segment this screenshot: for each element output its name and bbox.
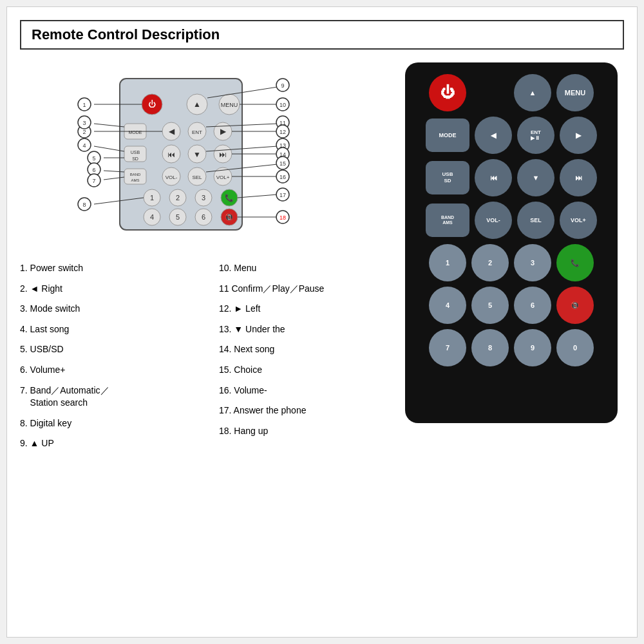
desc-text: Right (41, 283, 62, 294)
up-icon: ▲ (529, 89, 536, 97)
svg-text:▲: ▲ (193, 100, 201, 109)
up-button[interactable]: ▲ (514, 74, 551, 111)
svg-text:16: 16 (279, 174, 286, 180)
page: Remote Control Description ⏻ ▲ (6, 6, 638, 638)
remote-row-6: 4 5 6 📵 (415, 287, 607, 324)
svg-line-97 (238, 194, 278, 198)
svg-text:SD: SD (132, 156, 138, 161)
call-button[interactable]: 📞 (556, 244, 594, 281)
ffwd-button[interactable]: ⏭ (560, 159, 597, 196)
svg-text:ENT: ENT (192, 129, 202, 135)
svg-text:◀: ◀ (169, 127, 175, 136)
vol-plus-button[interactable]: VOL+ (560, 202, 597, 239)
desc-item-18: 18. Hang up (219, 425, 392, 438)
left-icon: ◀ (491, 131, 496, 140)
mode-button[interactable]: MODE (426, 118, 469, 152)
call-icon: 📞 (571, 259, 580, 267)
num-5-label: 5 (488, 301, 492, 309)
svg-text:17: 17 (279, 192, 286, 198)
num-2-button[interactable]: 2 (471, 244, 509, 281)
hangup-icon: 📵 (571, 301, 580, 310)
svg-text:6: 6 (92, 167, 95, 173)
desc-col-left: 1. Power switch 2. ◄ Right 3. Mode switc… (20, 262, 193, 450)
desc-text: Answer the phone (234, 405, 307, 415)
band-button[interactable]: BANDAMS (426, 204, 469, 237)
num-0-label: 0 (573, 344, 577, 352)
num-3-label: 3 (531, 259, 535, 267)
desc-text: Band／Automatic／ Station search (20, 385, 109, 408)
svg-text:1: 1 (82, 102, 86, 108)
svg-text:9: 9 (281, 82, 284, 89)
desc-num: 4. (20, 324, 28, 334)
rewind-icon: ⏮ (490, 174, 497, 182)
num-7-button[interactable]: 7 (429, 329, 466, 366)
desc-text: Volume- (234, 385, 267, 395)
num-1-button[interactable]: 1 (429, 244, 466, 281)
num-2-label: 2 (488, 259, 492, 267)
svg-text:VOL-: VOL- (166, 175, 178, 180)
remote-diagram-svg: ⏻ ▲ MENU MODE ◀ ENT ▶ (20, 62, 290, 243)
desc-item-11: 11 Confirm／Play／Pause (219, 283, 392, 296)
page-title: Remote Control Description (20, 20, 624, 50)
svg-text:18: 18 (279, 214, 286, 221)
desc-num: 13. ▼ (219, 324, 243, 334)
desc-item-13: 13. ▼ Under the (219, 323, 392, 336)
right-button[interactable]: ▶ (560, 117, 597, 154)
ent-label: ENT▶⏸ (531, 129, 541, 141)
remote-row-3: USBSD ⏮ ▼ ⏭ (415, 159, 607, 196)
num-6-button[interactable]: 6 (514, 287, 551, 324)
svg-text:⏮: ⏮ (167, 150, 175, 159)
desc-text: Volume+ (30, 365, 66, 375)
num-0-button[interactable]: 0 (556, 329, 594, 366)
sel-label: SEL (530, 217, 542, 223)
power-icon: ⏻ (440, 84, 455, 101)
diagram-section: ⏻ ▲ MENU MODE ◀ ENT ▶ (20, 62, 290, 249)
remote-row-4: BANDAMS VOL- SEL VOL+ (415, 202, 607, 239)
left-button[interactable]: ◀ (475, 117, 512, 154)
svg-text:MENU: MENU (221, 102, 238, 108)
desc-text: Under the (245, 324, 285, 334)
down-button[interactable]: ▼ (517, 159, 554, 196)
svg-text:VOL+: VOL+ (216, 175, 230, 180)
menu-button[interactable]: MENU (556, 74, 594, 111)
num-9-button[interactable]: 9 (514, 329, 551, 366)
svg-text:1: 1 (150, 194, 154, 202)
left-section: ⏻ ▲ MENU MODE ◀ ENT ▶ (20, 62, 392, 450)
desc-text: USB/SD (30, 344, 64, 354)
desc-num: 10. (219, 263, 231, 273)
svg-text:3: 3 (202, 194, 205, 202)
desc-item-14: 14. Next song (219, 343, 392, 356)
sel-button[interactable]: SEL (517, 202, 554, 239)
svg-text:📵: 📵 (225, 213, 234, 222)
svg-text:5: 5 (92, 155, 95, 162)
num-4-button[interactable]: 4 (429, 287, 466, 324)
rewind-button[interactable]: ⏮ (475, 159, 512, 196)
down-icon: ▼ (533, 174, 540, 182)
ent-button[interactable]: ENT▶⏸ (517, 117, 554, 154)
desc-num: 2. ◄ (20, 283, 39, 294)
svg-text:7: 7 (92, 178, 95, 184)
vol-minus-button[interactable]: VOL- (475, 202, 512, 239)
descriptions: 1. Power switch 2. ◄ Right 3. Mode switc… (20, 262, 392, 450)
spacer (471, 74, 509, 111)
remote-row-7: 7 8 9 0 (415, 329, 607, 366)
num-3-button[interactable]: 3 (514, 244, 551, 281)
menu-label: MENU (565, 89, 585, 97)
svg-text:5: 5 (176, 213, 180, 221)
desc-item-6: 6. Volume+ (20, 364, 193, 377)
vol-plus-label: VOL+ (571, 217, 586, 223)
svg-text:AMS: AMS (131, 178, 139, 182)
power-button[interactable]: ⏻ (429, 74, 466, 111)
svg-text:SEL: SEL (192, 175, 202, 180)
desc-item-12: 12. ► Left (219, 303, 392, 316)
usb-sd-button[interactable]: USBSD (426, 161, 469, 194)
desc-item-10: 10. Menu (219, 262, 392, 275)
svg-text:⏭: ⏭ (219, 150, 227, 159)
hangup-button[interactable]: 📵 (556, 287, 594, 324)
num-5-button[interactable]: 5 (471, 287, 509, 324)
desc-item-9: 9. ▲ UP (20, 437, 193, 450)
desc-item-4: 4. Last song (20, 323, 193, 336)
num-8-button[interactable]: 8 (471, 329, 509, 366)
desc-text: UP (41, 438, 53, 448)
desc-item-7: 7. Band／Automatic／ Station search (20, 384, 193, 410)
